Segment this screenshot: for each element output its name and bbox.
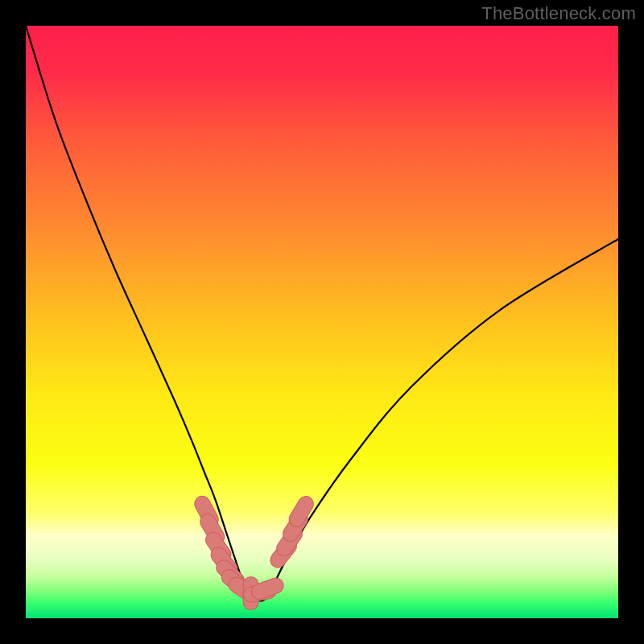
- plot-area: [26, 26, 618, 618]
- attribution-label: TheBottleneck.com: [481, 3, 636, 24]
- valley-markers: [202, 504, 306, 602]
- bottleneck-curve: [26, 26, 618, 601]
- valley-marker: [259, 586, 276, 592]
- curve-layer: [26, 26, 618, 618]
- valley-marker: [297, 504, 306, 519]
- chart-frame: TheBottleneck.com: [0, 0, 644, 644]
